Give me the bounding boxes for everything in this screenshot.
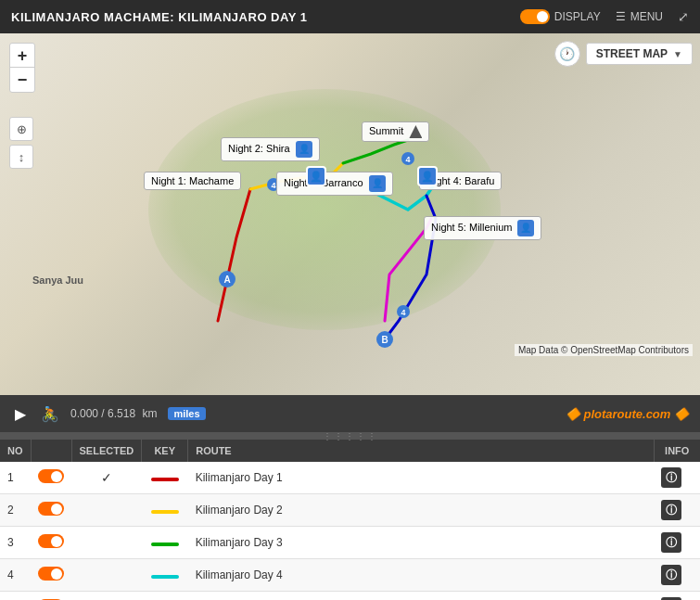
- map-left-controls: ⊕ ↕: [9, 117, 33, 169]
- map-top-right-controls: 🕐 STREET MAP ▼: [554, 41, 693, 67]
- map-container[interactable]: A B 4 4 4 4 + − ⊕ ↕ 🕐 STREET MAP ▼ Summi…: [0, 33, 700, 395]
- route-color-key: [151, 575, 179, 579]
- cell-route: Kilimanjaro Day 4: [188, 559, 654, 592]
- row-toggle-3[interactable]: [38, 534, 64, 548]
- menu-button[interactable]: ☰ MENU: [616, 10, 663, 23]
- map-vegetation: [148, 89, 501, 330]
- table-header-row: NO SELECTED KEY ROUTE INFO: [0, 440, 700, 462]
- cell-key: [142, 559, 188, 592]
- distance-value: 0.000 / 6.518: [70, 407, 135, 420]
- cell-info[interactable]: ⓘ: [654, 494, 700, 527]
- maximize-button[interactable]: ⤢: [678, 9, 689, 24]
- route-color-key: [151, 543, 179, 546]
- cell-toggle[interactable]: [31, 462, 71, 494]
- cell-key: [142, 527, 188, 559]
- miles-toggle[interactable]: miles: [168, 407, 205, 420]
- cell-key: [142, 462, 188, 494]
- cell-info[interactable]: ⓘ: [654, 592, 700, 601]
- zoom-in-button[interactable]: +: [10, 44, 34, 68]
- col-header-route: ROUTE: [188, 440, 654, 462]
- cell-route: Kilimanjaro Day 1: [188, 462, 654, 494]
- table-row: 2 Kilimanjaro Day 2 ⓘ: [0, 494, 700, 527]
- table-row: 1 ✓ Kilimanjaro Day 1 ⓘ: [0, 462, 700, 494]
- marker-barranco: 👤: [306, 166, 326, 186]
- display-label: DISPLAY: [554, 10, 601, 23]
- display-switch[interactable]: [520, 9, 550, 24]
- map-attribution: Map Data © OpenStreetMap Contributors: [515, 344, 693, 356]
- cell-selected: ✓: [71, 462, 142, 494]
- map-zoom-controls: + −: [9, 43, 35, 93]
- route-color-key: [151, 478, 179, 481]
- zoom-out-button[interactable]: −: [10, 68, 34, 92]
- info-button-2[interactable]: ⓘ: [661, 500, 681, 520]
- row-toggle-4[interactable]: [38, 567, 64, 581]
- drag-dots-icon: ⋮⋮⋮⋮⋮: [323, 431, 378, 441]
- info-button-3[interactable]: ⓘ: [661, 532, 681, 553]
- resize-handle[interactable]: ⋮⋮⋮⋮⋮: [0, 432, 700, 440]
- cell-selected: [71, 527, 142, 559]
- routes-table-container: NO SELECTED KEY ROUTE INFO 1 ✓ Kilimanja…: [0, 440, 700, 600]
- map-type-button[interactable]: STREET MAP ▼: [586, 43, 693, 65]
- map-bottom-bar: ▶ 🚴 0.000 / 6.518 km miles 🔶 plotaroute.…: [0, 395, 700, 432]
- cell-route: Kilimanjaro Day 5: [188, 592, 654, 601]
- cell-selected: [71, 559, 142, 592]
- menu-label: MENU: [630, 10, 663, 23]
- cell-selected: [71, 592, 142, 601]
- cell-selected: [71, 494, 142, 527]
- cell-no: 1: [0, 462, 31, 494]
- location-button[interactable]: ⊕: [9, 117, 33, 141]
- cell-route: Kilimanjaro Day 2: [188, 494, 654, 527]
- cell-toggle[interactable]: [31, 592, 71, 601]
- row-toggle-2[interactable]: [38, 502, 64, 516]
- cell-no: 5: [0, 592, 31, 601]
- clock-button[interactable]: 🕐: [554, 41, 580, 67]
- header-controls: DISPLAY ☰ MENU ⤢: [520, 9, 689, 24]
- cell-info[interactable]: ⓘ: [654, 462, 700, 494]
- sanya-juu-text: Sanya Juu: [32, 274, 83, 286]
- cell-toggle[interactable]: [31, 559, 71, 592]
- info-button-4[interactable]: ⓘ: [661, 565, 681, 585]
- cell-toggle[interactable]: [31, 494, 71, 527]
- cell-key: [142, 592, 188, 601]
- col-header-toggle: [31, 440, 71, 462]
- cyclist-icon: 🚴: [41, 405, 59, 423]
- cell-toggle[interactable]: [31, 527, 71, 559]
- app-header: KILIMANJARO MACHAME: KILIMANJARO DAY 1 D…: [0, 0, 700, 33]
- route-color-key: [151, 510, 179, 514]
- page-title: KILIMANJARO MACHAME: KILIMANJARO DAY 1: [11, 10, 307, 24]
- cell-no: 4: [0, 559, 31, 592]
- chevron-down-icon: ▼: [673, 49, 682, 59]
- col-header-selected: SELECTED: [71, 440, 142, 462]
- table-body: 1 ✓ Kilimanjaro Day 1 ⓘ 2: [0, 462, 700, 600]
- sanya-juu-label: Sanya Juu: [32, 274, 83, 286]
- cursor-button[interactable]: ↕: [9, 145, 33, 169]
- marker-barafu: 👤: [417, 166, 438, 186]
- col-header-no: NO: [0, 440, 31, 462]
- map-type-label: STREET MAP: [596, 47, 668, 60]
- table-row: 3 Kilimanjaro Day 3 ⓘ: [0, 527, 700, 559]
- table-row: 4 Kilimanjaro Day 4 ⓘ: [0, 559, 700, 592]
- cell-key: [142, 494, 188, 527]
- menu-icon: ☰: [616, 10, 626, 23]
- selected-checkmark: ✓: [101, 470, 112, 485]
- cell-no: 2: [0, 494, 31, 527]
- distance-unit: km: [142, 407, 157, 420]
- info-button-1[interactable]: ⓘ: [661, 467, 681, 488]
- distance-text: 0.000 / 6.518 km: [70, 407, 157, 420]
- col-header-key: KEY: [142, 440, 188, 462]
- cell-route: Kilimanjaro Day 3: [188, 527, 654, 559]
- row-toggle-1[interactable]: [38, 469, 64, 483]
- display-toggle[interactable]: DISPLAY: [520, 9, 601, 24]
- table-row: 5 Kilimanjaro Day 5 ⓘ: [0, 592, 700, 601]
- plotaroute-logo: 🔶 plotaroute.com 🔶: [566, 407, 689, 421]
- routes-table: NO SELECTED KEY ROUTE INFO 1 ✓ Kilimanja…: [0, 440, 700, 600]
- cell-info[interactable]: ⓘ: [654, 527, 700, 559]
- play-button[interactable]: ▶: [11, 405, 30, 423]
- cell-no: 3: [0, 527, 31, 559]
- col-header-info: INFO: [654, 440, 700, 462]
- cell-info[interactable]: ⓘ: [654, 559, 700, 592]
